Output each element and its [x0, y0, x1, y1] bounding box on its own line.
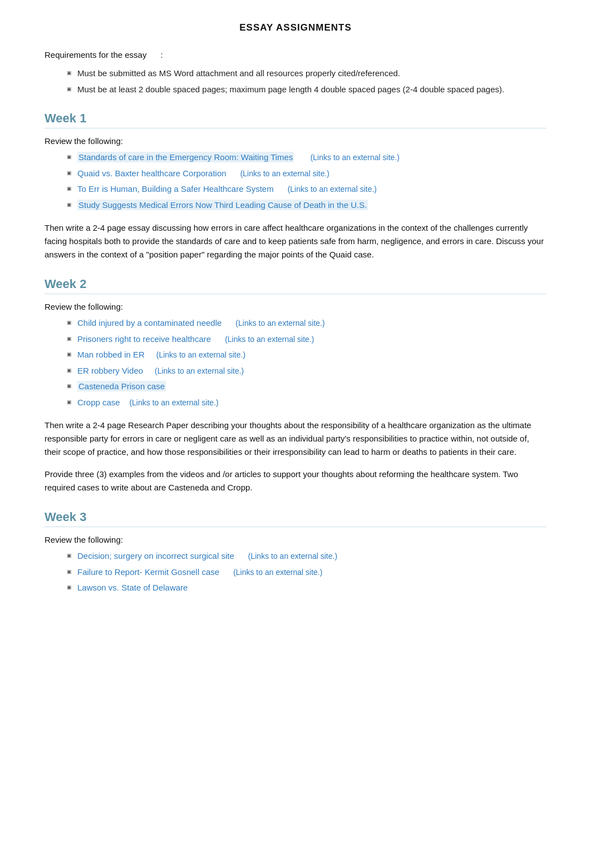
- week2-links-list: Child injured by a contaminated needle (…: [45, 317, 546, 409]
- list-item: ER robbery Video (Links to an external s…: [67, 365, 546, 378]
- week2-link-6-external: (Links to an external site.): [129, 398, 218, 407]
- week1-link-1[interactable]: Standards of care in the Emergency Room:…: [77, 152, 294, 162]
- week3-link-2-external: (Links to an external site.): [233, 568, 322, 577]
- list-item: Must be submitted as MS Word attachment …: [67, 67, 546, 80]
- week2-link-2-external: (Links to an external site.): [225, 335, 314, 344]
- list-item: Prisoners right to receive healthcare (L…: [67, 333, 546, 346]
- requirements-list: Must be submitted as MS Word attachment …: [45, 67, 546, 96]
- list-item: Child injured by a contaminated needle (…: [67, 317, 546, 330]
- week1-heading: Week 1: [45, 111, 546, 128]
- week2-link-2[interactable]: Prisoners right to receive healthcare: [77, 334, 211, 344]
- week3-link-1-external: (Links to an external site.): [248, 552, 337, 561]
- list-item: Decision; surgery on incorrect surgical …: [67, 550, 546, 563]
- week3-review-label: Review the following:: [45, 535, 546, 544]
- list-item: Study Suggests Medical Errors Now Third …: [67, 199, 546, 212]
- week1-link-4[interactable]: Study Suggests Medical Errors Now Third …: [77, 200, 368, 210]
- week3-link-1[interactable]: Decision; surgery on incorrect surgical …: [77, 551, 234, 561]
- week1-review-label: Review the following:: [45, 136, 546, 146]
- week2-review-label: Review the following:: [45, 302, 546, 311]
- list-item: To Err is Human, Building a Safer Health…: [67, 183, 546, 196]
- week1-link-1-external: (Links to an external site.): [311, 153, 400, 162]
- week2-link-3[interactable]: Man robbed in ER: [77, 350, 145, 359]
- list-item: Cropp case (Links to an external site.): [67, 396, 546, 409]
- week2-heading: Week 2: [45, 277, 546, 294]
- week2-link-1[interactable]: Child injured by a contaminated needle: [77, 318, 221, 328]
- list-item: Quaid vs. Baxter healthcare Corporation …: [67, 167, 546, 180]
- requirements-header: Requirements for the essay :: [45, 50, 546, 59]
- week2-link-6[interactable]: Cropp case: [77, 398, 120, 407]
- page-title: ESSAY ASSIGNMENTS: [45, 22, 546, 33]
- week2-link-3-external: (Links to an external site.): [156, 350, 245, 359]
- requirements-label: Requirements for the essay: [45, 50, 146, 59]
- list-item: Casteneda Prison case: [67, 380, 546, 393]
- week1-links-list: Standards of care in the Emergency Room:…: [45, 151, 546, 211]
- list-item: Failure to Report- Kermit Gosnell case (…: [67, 566, 546, 579]
- week1-link-2-external: (Links to an external site.): [240, 169, 329, 178]
- requirements-item-2: Must be at least 2 double spaced pages; …: [77, 83, 504, 96]
- list-item: Standards of care in the Emergency Room:…: [67, 151, 546, 164]
- week2-link-5[interactable]: Casteneda Prison case: [77, 381, 166, 391]
- list-item: Must be at least 2 double spaced pages; …: [67, 83, 546, 96]
- week1-paragraph: Then write a 2-4 page essay discussing h…: [45, 221, 546, 261]
- week1-link-3[interactable]: To Err is Human, Building a Safer Health…: [77, 184, 274, 194]
- week1-link-3-external: (Links to an external site.): [288, 185, 377, 194]
- week2-link-4-external: (Links to an external site.): [155, 366, 244, 375]
- week2-link-4[interactable]: ER robbery Video: [77, 366, 143, 375]
- list-item: Man robbed in ER (Links to an external s…: [67, 349, 546, 361]
- week2-link-1-external: (Links to an external site.): [235, 319, 324, 328]
- requirements-item-1: Must be submitted as MS Word attachment …: [77, 67, 400, 80]
- week2-paragraph2: Provide three (3) examples from the vide…: [45, 468, 546, 494]
- week1-link-2[interactable]: Quaid vs. Baxter healthcare Corporation: [77, 168, 226, 178]
- requirements-colon: :: [160, 50, 162, 59]
- week3-link-3[interactable]: Lawson vs. State of Delaware: [77, 583, 188, 592]
- week2-paragraph1: Then write a 2-4 page Research Paper des…: [45, 419, 546, 459]
- week3-links-list: Decision; surgery on incorrect surgical …: [45, 550, 546, 594]
- week3-heading: Week 3: [45, 510, 546, 527]
- week3-link-2[interactable]: Failure to Report- Kermit Gosnell case: [77, 567, 219, 577]
- list-item: Lawson vs. State of Delaware: [67, 582, 546, 594]
